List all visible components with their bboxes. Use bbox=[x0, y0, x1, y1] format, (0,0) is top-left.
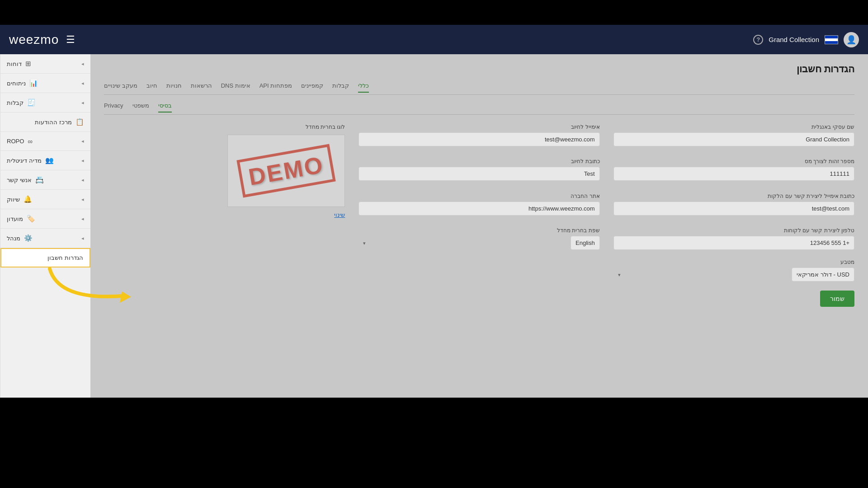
sidebar-item-reports-inner: ⊞ דוחות bbox=[7, 60, 31, 68]
change-logo-link[interactable]: שינוי bbox=[334, 211, 345, 218]
chevron-right-icon: ◂ bbox=[81, 235, 84, 241]
chevron-right-icon: ◂ bbox=[81, 80, 84, 86]
contact-phone-input[interactable] bbox=[613, 236, 854, 250]
billing-address-input[interactable] bbox=[359, 167, 599, 181]
sidebar-media-label: מדיה דיגיטלית bbox=[7, 157, 42, 164]
billing-email-group: אימייל לחיוב bbox=[359, 124, 599, 149]
content-area: הגדרות חשבון כללי קבלות קמפיינים מפתחות … bbox=[90, 54, 868, 398]
tab-api[interactable]: מפתחות API bbox=[259, 82, 292, 93]
currency-label: מטבע bbox=[613, 259, 854, 265]
tab-billing[interactable]: חיוב bbox=[146, 82, 157, 93]
sidebar-item-media-inner: 👥 מדיה דיגיטלית bbox=[7, 156, 54, 164]
sub-tab-privacy[interactable]: Privacy bbox=[104, 102, 123, 113]
billing-address-label: כתובת לחיוב bbox=[359, 158, 599, 164]
demo-stamp: DEMO bbox=[237, 144, 336, 198]
user-avatar[interactable]: 👤 bbox=[844, 32, 859, 47]
contact-phone-group: טלפון ליצירת קשר עם לקוחות bbox=[613, 227, 854, 250]
payments-icon: 🧾 bbox=[27, 99, 36, 107]
sidebar-reports-label: דוחות bbox=[7, 61, 22, 67]
sidebar-contacts-label: אנשי קשר bbox=[7, 177, 32, 183]
tab-stores[interactable]: חנויות bbox=[166, 82, 182, 93]
sub-tab-legal[interactable]: משפטי bbox=[132, 102, 149, 113]
media-icon: 👥 bbox=[45, 156, 54, 164]
header-left: 👤 Grand Collection ? bbox=[753, 32, 859, 47]
hamburger-menu[interactable]: ☰ bbox=[66, 34, 75, 46]
save-button[interactable]: שמור bbox=[820, 291, 854, 307]
tab-permissions[interactable]: הרשאות bbox=[191, 82, 212, 93]
business-name-group: שם עסקי באנגלית bbox=[613, 124, 854, 149]
reports-icon: ⊞ bbox=[25, 60, 31, 68]
logo-label: לוגו בחרית מחדל bbox=[306, 124, 345, 130]
currency-select[interactable]: USD - דולר אמריקאי bbox=[792, 267, 854, 282]
default-lang-select[interactable]: English עברית bbox=[571, 236, 600, 250]
sidebar-marketing-label: שיווק bbox=[7, 196, 20, 203]
tab-bar: כללי קבלות קמפיינים מפתחות API אימות DNS… bbox=[104, 82, 854, 95]
info-icon: 📋 bbox=[75, 118, 84, 126]
tab-track-changes[interactable]: מעקב שינויים bbox=[104, 82, 137, 93]
website-group: אתר החברה bbox=[359, 193, 599, 218]
website-label: אתר החברה bbox=[359, 193, 599, 199]
website-input[interactable] bbox=[359, 202, 599, 216]
flag-icon bbox=[825, 35, 838, 44]
sidebar-ropo-label: ROPO bbox=[7, 138, 24, 145]
chevron-right-icon: ◂ bbox=[81, 197, 84, 202]
sidebar-item-contacts[interactable]: ◂ 📇 אנשי קשר bbox=[0, 170, 90, 190]
currency-group: מטבע USD - דולר אמריקאי bbox=[613, 259, 854, 282]
sidebar-item-club[interactable]: ◂ 🏷️ מועדון bbox=[0, 209, 90, 229]
main-layout: הגדרות חשבון כללי קבלות קמפיינים מפתחות … bbox=[0, 54, 868, 398]
brand-name: Grand Collection bbox=[769, 36, 819, 43]
sidebar-item-analytics[interactable]: ◂ 📊 ניתוחים bbox=[0, 74, 90, 93]
tab-dns[interactable]: אימות DNS bbox=[221, 82, 250, 93]
logo-preview: DEMO bbox=[227, 135, 345, 207]
marketing-icon: 🔔 bbox=[24, 195, 32, 203]
chevron-right-icon: ◂ bbox=[81, 100, 84, 106]
business-name-label: שם עסקי באנגלית bbox=[613, 124, 854, 130]
sidebar-admin-label: מנהל bbox=[7, 235, 20, 242]
chevron-right-icon: ◂ bbox=[81, 158, 84, 164]
business-name-input[interactable] bbox=[613, 132, 854, 146]
sidebar-item-info-inner: 📋 מרכז ההודעות bbox=[35, 118, 84, 126]
sidebar-item-payments[interactable]: ◂ 🧾 קבלות bbox=[0, 93, 90, 113]
top-black-bar bbox=[0, 0, 868, 25]
help-icon[interactable]: ? bbox=[753, 35, 763, 45]
sub-tab-basic[interactable]: בסיסי bbox=[158, 102, 172, 113]
sidebar-item-marketing[interactable]: ◂ 🔔 שיווק bbox=[0, 190, 90, 209]
sidebar-item-payments-inner: 🧾 קבלות bbox=[7, 99, 36, 107]
admin-icon: ⚙️ bbox=[24, 234, 33, 242]
sidebar-item-info-center[interactable]: 📋 מרכז ההודעות bbox=[0, 113, 90, 132]
sidebar-item-admin[interactable]: ◂ ⚙️ מנהל bbox=[0, 229, 90, 248]
sidebar-item-reports[interactable]: ◂ ⊞ דוחות bbox=[0, 54, 90, 74]
sidebar-item-analytics-inner: 📊 ניתוחים bbox=[7, 79, 38, 87]
bottom-black-bar bbox=[0, 398, 868, 488]
sidebar-item-digital-media[interactable]: ◂ 👥 מדיה דיגיטלית bbox=[0, 151, 90, 170]
settings-form: שם עסקי באנגלית אימייל לחיוב לוגו בחרית … bbox=[104, 124, 854, 282]
default-lang-select-wrapper: English עברית bbox=[359, 236, 599, 250]
weezmo-logo: weezmo bbox=[9, 33, 59, 47]
contact-email-input[interactable] bbox=[613, 202, 854, 216]
contacts-icon: 📇 bbox=[35, 176, 44, 184]
sidebar-item-account-inner: הגדרות חשבון bbox=[47, 254, 83, 261]
billing-email-input[interactable] bbox=[359, 132, 599, 146]
tax-id-input[interactable] bbox=[613, 167, 854, 181]
header-right: ☰ weezmo bbox=[9, 33, 75, 47]
contact-phone-label: טלפון ליצירת קשר עם לקוחות bbox=[613, 227, 854, 234]
page-title: הגדרות חשבון bbox=[104, 63, 854, 75]
tax-id-group: מספר זהות לצורך מס bbox=[613, 158, 854, 183]
sidebar-account-label: הגדרות חשבון bbox=[47, 254, 83, 261]
sidebar-item-marketing-inner: 🔔 שיווק bbox=[7, 195, 32, 203]
chevron-right-icon: ◂ bbox=[81, 177, 84, 183]
tab-general[interactable]: כללי bbox=[358, 82, 369, 93]
sidebar-item-ropo[interactable]: ◂ ∞ ROPO bbox=[0, 132, 90, 151]
tab-payments[interactable]: קבלות bbox=[332, 82, 349, 93]
sidebar-item-ropo-inner: ∞ ROPO bbox=[7, 137, 33, 145]
billing-address-group: כתובת לחיוב bbox=[359, 158, 599, 183]
sidebar-payments-label: קבלות bbox=[7, 99, 24, 106]
tax-id-label: מספר זהות לצורך מס bbox=[613, 158, 854, 164]
header: 👤 Grand Collection ? ☰ weezmo bbox=[0, 25, 868, 54]
sidebar-item-account-settings[interactable]: הגדרות חשבון bbox=[0, 248, 90, 267]
tab-campaigns[interactable]: קמפיינים bbox=[301, 82, 323, 93]
sidebar-info-label: מרכז ההודעות bbox=[35, 119, 72, 126]
ropo-icon: ∞ bbox=[28, 137, 33, 145]
chevron-right-icon: ◂ bbox=[81, 138, 84, 144]
default-lang-group: שפת בחרית מחדל English עברית bbox=[359, 227, 599, 250]
